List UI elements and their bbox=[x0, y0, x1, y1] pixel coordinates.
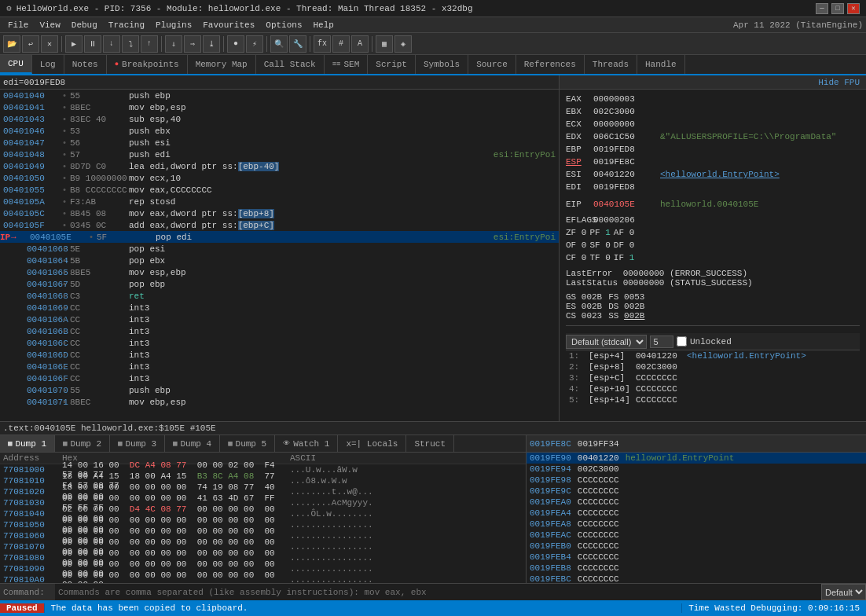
stack-row[interactable]: 0019FE94 002C3000 bbox=[527, 464, 866, 475]
disasm-row[interactable]: 0040106D • CC int3 bbox=[0, 349, 559, 361]
tab-cpu[interactable]: CPU bbox=[0, 55, 32, 74]
stack-row[interactable]: 0019FEA4 CCCCCCCC bbox=[527, 508, 866, 519]
dump-tab-watch[interactable]: 👁 Watch 1 bbox=[275, 435, 338, 452]
reg-ebp-row[interactable]: EBP 0019FED8 bbox=[566, 143, 860, 156]
toolbar-restart[interactable]: ↩ bbox=[22, 35, 39, 53]
menu-help[interactable]: Help bbox=[309, 20, 339, 31]
disasm-row[interactable]: 00401064 • 5B pop ebx bbox=[0, 255, 559, 266]
menu-view[interactable]: View bbox=[35, 20, 64, 31]
close-button[interactable]: ✕ bbox=[847, 3, 860, 14]
disasm-row[interactable]: 00401041 • 8BEC mov ebp,esp bbox=[0, 101, 559, 113]
toolbar-open[interactable]: 📂 bbox=[3, 35, 20, 53]
callstack-depth-input[interactable] bbox=[650, 336, 673, 348]
command-input[interactable] bbox=[55, 584, 821, 600]
stack-row[interactable]: 0019FEBC CCCCCCCC bbox=[527, 574, 866, 583]
callstack-dropdown[interactable]: Default (stdcall) bbox=[566, 335, 647, 349]
disasm-row[interactable]: 0040105F • 0345 0C add eax,dword ptr ss:… bbox=[0, 219, 559, 231]
reg-edi-row[interactable]: EDI 0019FED8 bbox=[566, 181, 860, 193]
toolbar-step-out[interactable]: ↑ bbox=[141, 35, 158, 53]
disasm-row[interactable]: 00401050 • B9 10000000 mov ecx,10 bbox=[0, 172, 559, 184]
disasm-row[interactable]: 00401043 • 83EC 40 sub esp,40 bbox=[0, 113, 559, 125]
stack-row[interactable]: 0019FEA0 CCCCCCCC bbox=[527, 497, 866, 508]
tab-breakpoints[interactable]: ● Breakpoints bbox=[107, 55, 188, 74]
disasm-row[interactable]: 00401055 • B8 CCCCCCCC mov eax,CCCCCCCC bbox=[0, 184, 559, 196]
disasm-row[interactable]: 00401065 • 8BE5 mov esp,ebp bbox=[0, 266, 559, 278]
menu-tracing[interactable]: Tracing bbox=[104, 20, 149, 31]
tab-symbols[interactable]: Symbols bbox=[416, 55, 468, 74]
unlocked-checkbox[interactable] bbox=[677, 336, 687, 346]
reg-edx-row[interactable]: EDX 006C1C50 &"ALLUSERSPROFILE=C:\\Progr… bbox=[566, 130, 860, 143]
toolbar-mem[interactable]: ▦ bbox=[376, 35, 393, 53]
reg-esp-row[interactable]: ESP 0019FE8C bbox=[566, 156, 860, 168]
disasm-row[interactable]: 00401071 • 8BEC mov ebp,esp bbox=[0, 396, 559, 408]
dump-tab-struct[interactable]: Struct bbox=[406, 435, 454, 452]
callstack-row[interactable]: 4: [esp+10] CCCCCCCC bbox=[566, 383, 860, 394]
toolbar-trace-end[interactable]: ⤓ bbox=[203, 35, 220, 53]
toolbar-close[interactable]: ✕ bbox=[41, 35, 58, 53]
dump-tab-4[interactable]: ▦ Dump 4 bbox=[165, 435, 220, 452]
dump-tab-1[interactable]: ▦ Dump 1 bbox=[0, 435, 55, 452]
reg-eflags-row[interactable]: EFLAGS 00000206 bbox=[566, 214, 860, 226]
disasm-row[interactable]: 00401047 • 56 push esi bbox=[0, 137, 559, 148]
disasm-row-current[interactable]: IP → 0040105E • 5F pop edi esi:EntryPoi bbox=[0, 231, 559, 243]
toolbar-pause[interactable]: ⏸ bbox=[84, 35, 101, 53]
disasm-row[interactable]: 00401040 • 55 push ebp bbox=[0, 90, 559, 101]
disasm-row[interactable]: 00401049 • 8D7D C0 lea edi,dword ptr ss:… bbox=[0, 160, 559, 172]
toolbar-step-into[interactable]: ↓ bbox=[103, 35, 120, 53]
fpu-hide-button[interactable]: Hide FPU bbox=[560, 75, 866, 90]
disasm-row[interactable]: 0040106E • CC int3 bbox=[0, 361, 559, 372]
disasm-row[interactable]: 00401046 • 53 push ebx bbox=[0, 125, 559, 137]
toolbar-patch[interactable]: 🔧 bbox=[289, 35, 306, 53]
dump-tab-locals[interactable]: x=| Locals bbox=[338, 435, 406, 452]
tab-source[interactable]: Source bbox=[468, 55, 516, 74]
stack-row[interactable]: 0019FE98 CCCCCCCC bbox=[527, 475, 866, 486]
tab-script[interactable]: Script bbox=[368, 55, 416, 74]
disasm-row[interactable]: 00401067 • 5D pop ebp bbox=[0, 278, 559, 290]
menu-file[interactable]: File bbox=[3, 20, 33, 31]
reg-esi-row[interactable]: ESI 00401220 <helloworld.EntryPoint> bbox=[566, 168, 860, 181]
tab-references[interactable]: References bbox=[516, 55, 585, 74]
menu-debug[interactable]: Debug bbox=[67, 20, 102, 31]
tab-memory-map[interactable]: Memory Map bbox=[188, 55, 256, 74]
callstack-row[interactable]: 3: [esp+C] CCCCCCCC bbox=[566, 372, 860, 383]
disasm-row[interactable]: 0040106F • CC int3 bbox=[0, 372, 559, 384]
disasm-row[interactable]: 00401069 • CC int3 bbox=[0, 302, 559, 314]
tab-call-stack[interactable]: Call Stack bbox=[256, 55, 325, 74]
tab-notes[interactable]: Notes bbox=[64, 55, 107, 74]
menu-favourites[interactable]: Favourites bbox=[198, 20, 259, 31]
maximize-button[interactable]: □ bbox=[831, 3, 844, 14]
disasm-row[interactable]: 0040105C • 8B45 08 mov eax,dword ptr ss:… bbox=[0, 207, 559, 219]
reg-ecx-row[interactable]: ECX 00000000 bbox=[566, 118, 860, 130]
toolbar-run-till[interactable]: ⚡ bbox=[246, 35, 263, 53]
toolbar-trace-into[interactable]: ⇓ bbox=[165, 35, 182, 53]
disasm-row[interactable]: 0040106B • CC int3 bbox=[0, 325, 559, 337]
toolbar-hash[interactable]: # bbox=[332, 35, 350, 53]
command-mode-dropdown[interactable]: Default bbox=[821, 584, 866, 600]
toolbar-func[interactable]: fx bbox=[314, 35, 331, 53]
reg-eax-row[interactable]: EAX 00000003 bbox=[566, 93, 860, 105]
toolbar-extra[interactable]: ◈ bbox=[394, 35, 412, 53]
stack-row[interactable]: 0019FEB8 CCCCCCCC bbox=[527, 563, 866, 574]
reg-ebx-row[interactable]: EBX 002C3000 bbox=[566, 105, 860, 118]
tab-sem[interactable]: ≡≡ SEM bbox=[325, 55, 369, 74]
toolbar-search[interactable]: 🔍 bbox=[270, 35, 288, 53]
disasm-row[interactable]: 00401063 • 5E pop esi bbox=[0, 243, 559, 255]
dump-tab-2[interactable]: ▦ Dump 2 bbox=[55, 435, 110, 452]
toolbar-text[interactable]: A bbox=[351, 35, 369, 53]
menu-options[interactable]: Options bbox=[261, 20, 306, 31]
stack-row[interactable]: 0019FEA8 CCCCCCCC bbox=[527, 519, 866, 530]
callstack-row[interactable]: 5: [esp+14] CCCCCCCC bbox=[566, 394, 860, 405]
disasm-row[interactable]: 00401048 • 57 push edi esi:EntryPoi bbox=[0, 148, 559, 160]
callstack-row[interactable]: 1: [esp+4] 00401220 <helloworld.EntryPoi… bbox=[566, 350, 860, 361]
stack-row[interactable]: 0019FE9C CCCCCCCC bbox=[527, 486, 866, 497]
callstack-row[interactable]: 2: [esp+8] 002C3000 bbox=[566, 361, 860, 372]
tab-log[interactable]: Log bbox=[32, 55, 64, 74]
menu-plugins[interactable]: Plugins bbox=[151, 20, 196, 31]
tab-handle[interactable]: Handle bbox=[637, 55, 685, 74]
reg-eip-row[interactable]: EIP 0040105E helloworld.0040105E bbox=[566, 198, 860, 211]
tab-threads[interactable]: Threads bbox=[585, 55, 637, 74]
disasm-row[interactable]: 0040106C • CC int3 bbox=[0, 337, 559, 349]
disasm-row[interactable]: 00401068 • C3 ret bbox=[0, 290, 559, 302]
toolbar-trace-over[interactable]: ⇒ bbox=[184, 35, 201, 53]
toolbar-bp[interactable]: ● bbox=[227, 35, 244, 53]
